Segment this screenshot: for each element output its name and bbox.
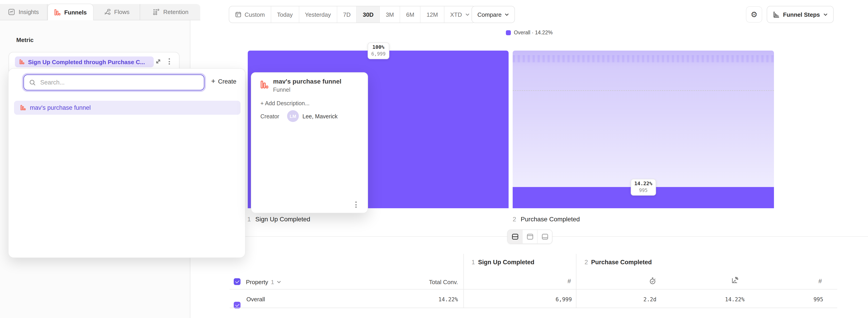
total-conv-header: Total Conv.: [399, 279, 458, 285]
overall-row-label: Overall: [246, 296, 265, 303]
search-icon: [29, 79, 36, 85]
date-range-6m[interactable]: 6M: [400, 6, 420, 23]
metric-options-button[interactable]: [168, 57, 171, 66]
selected-metric-label: Sign Up Completed through Purchase C...: [28, 59, 145, 65]
chevron-down-icon: [823, 13, 828, 16]
gear-icon: ⚙: [751, 11, 758, 18]
table-row-border: [230, 308, 837, 308]
table-group-step1: 1 Sign Up Completed: [471, 259, 534, 266]
funnel-icon: [20, 59, 24, 65]
table-header-border: [230, 289, 837, 289]
chevron-down-icon: [505, 13, 509, 16]
date-range-yesterday[interactable]: Yesterday: [299, 6, 337, 23]
date-range-12m[interactable]: 12M: [420, 6, 444, 23]
overall-conv-rate: 14.22%: [686, 296, 745, 303]
layout-toggle-group: [507, 229, 553, 244]
tab-insights[interactable]: Insights: [0, 4, 48, 20]
table-group-step2: 2 Purchase Completed: [585, 259, 652, 266]
create-button[interactable]: + Create: [211, 78, 237, 85]
step2-value-badge: 14.22% 995: [631, 179, 656, 196]
overall-total-conv: 14.22%: [399, 296, 458, 303]
legend-swatch: [506, 30, 510, 35]
tab-label: Retention: [163, 9, 188, 15]
search-result-item[interactable]: mav's purchase funnel: [14, 101, 241, 115]
add-description-button[interactable]: + Add Description...: [260, 100, 310, 107]
tab-label: Funnels: [64, 9, 87, 15]
date-range-custom[interactable]: Custom: [229, 6, 271, 23]
result-label: mav's purchase funnel: [30, 104, 91, 111]
flows-icon: [104, 9, 111, 15]
step1-value-badge: 100% 6,999: [368, 42, 389, 60]
app-window: Insights Funnels Flows: [0, 0, 868, 318]
funnel-icon: [20, 105, 26, 111]
step2-axis-label: 2 Purchase Completed: [513, 215, 580, 223]
avg-time-column-icon: [649, 277, 656, 285]
chevron-down-icon: [465, 13, 470, 16]
search-input[interactable]: [39, 79, 198, 86]
conversion-rate-column-icon: [731, 277, 739, 284]
date-range-xtd[interactable]: XTD: [444, 6, 475, 23]
funnel-dropoff-step2: [513, 50, 774, 187]
tab-label: Flows: [114, 9, 129, 15]
chevron-down-icon: [277, 281, 281, 284]
layout-split-view-button[interactable]: [508, 230, 522, 244]
date-range-30d[interactable]: 30D: [356, 6, 379, 23]
overall-step2-count: 995: [765, 296, 823, 303]
step1-axis-label: 1 Sign Up Completed: [247, 215, 310, 223]
metric-section-heading: Metric: [16, 37, 34, 43]
compare-button[interactable]: Compare: [471, 6, 515, 23]
funnel-steps-chart-icon: [773, 11, 780, 18]
details-type: Funnel: [273, 87, 290, 93]
settings-button[interactable]: ⚙: [746, 6, 762, 23]
dropoff-texture: [513, 55, 774, 62]
property-header-checkbox[interactable]: [234, 278, 241, 285]
count-column-icon-step1: #: [553, 277, 571, 285]
expand-metric-button[interactable]: [155, 58, 162, 65]
view-selector-button[interactable]: Funnel Steps: [767, 6, 833, 23]
tab-label: Insights: [19, 9, 39, 15]
insights-icon: [8, 9, 15, 15]
chart-legend[interactable]: Overall · 14.22%: [190, 29, 868, 36]
funnel-icon: [260, 80, 269, 89]
count-column-icon-step2: #: [804, 277, 822, 285]
layout-bottom-view-button[interactable]: [537, 230, 552, 244]
details-title: mav's purchase funnel: [273, 78, 341, 85]
tab-retention[interactable]: Retention: [140, 4, 201, 20]
details-options-button[interactable]: [354, 201, 358, 209]
date-range-7d[interactable]: 7D: [337, 6, 356, 23]
avatar: LM: [287, 110, 299, 122]
legend-label: Overall · 14.22%: [514, 30, 553, 35]
layout-top-view-button[interactable]: [522, 230, 537, 244]
creator-name: Lee, Maverick: [303, 113, 338, 120]
selected-metric-pill[interactable]: Sign Up Completed through Purchase C...: [15, 57, 154, 67]
table-group-divider-2: [576, 254, 577, 308]
tab-flows[interactable]: Flows: [94, 4, 140, 20]
table-group-divider-1: [463, 254, 464, 308]
creator-label: Creator: [260, 113, 279, 120]
date-range-selector: Custom Today Yesterday 7D 30D 3M 6M 12M …: [229, 6, 476, 23]
funnels-icon: [54, 9, 61, 15]
dropoff-dashed-line: [513, 90, 774, 91]
plus-icon: +: [211, 78, 215, 85]
retention-icon: [153, 9, 160, 15]
funnel-details-card: mav's purchase funnel Funnel + Add Descr…: [251, 72, 368, 213]
search-box: [24, 74, 204, 90]
calendar-icon: [235, 11, 241, 17]
metric-search-popup: + Create mav's purchase funnel: [8, 68, 246, 258]
expand-icon: [155, 58, 162, 65]
report-tab-strip: Insights Funnels Flows: [0, 4, 200, 20]
date-range-today[interactable]: Today: [271, 6, 299, 23]
overall-step1-count: 6,999: [513, 296, 572, 303]
tab-funnels[interactable]: Funnels: [48, 4, 94, 20]
overall-avg-time: 2.2d: [598, 296, 656, 303]
property-dropdown[interactable]: Property 1: [246, 279, 281, 285]
date-range-3m[interactable]: 3M: [379, 6, 400, 23]
